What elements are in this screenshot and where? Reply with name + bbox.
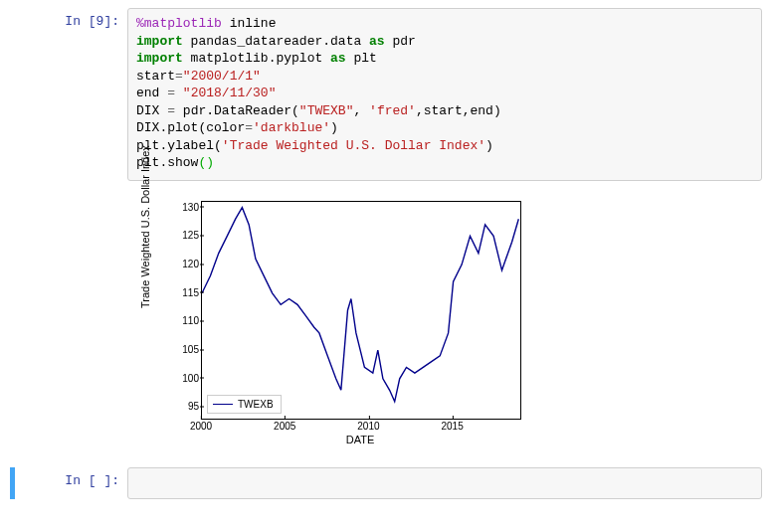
prompt-in-9: In [9]:	[10, 8, 127, 181]
cell-9-output: Trade Weighted U.S. Dollar Index TWEXB D…	[10, 191, 762, 449]
xtick: 2010	[357, 421, 379, 432]
line-chart: Trade Weighted U.S. Dollar Index TWEXB D…	[141, 191, 539, 449]
xtick: 2005	[274, 421, 295, 432]
xtick: 2015	[442, 421, 464, 432]
legend-swatch	[213, 404, 233, 405]
xtick: 2000	[190, 421, 212, 432]
code-cell-empty[interactable]: In [ ]:	[10, 467, 762, 499]
code-cell-9: In [9]: %matplotlib inline import pandas…	[10, 8, 762, 181]
plot-frame	[201, 201, 521, 420]
ytick: 110	[182, 315, 199, 326]
ytick: 95	[188, 401, 199, 412]
chart-series-line	[202, 202, 520, 419]
ytick: 115	[182, 286, 199, 297]
ytick: 120	[182, 259, 199, 269]
chart-xlabel: DATE	[201, 434, 519, 445]
ytick: 125	[182, 230, 199, 241]
legend-label: TWEXB	[238, 399, 274, 410]
prompt-in-empty: In [ ]:	[18, 467, 127, 499]
code-input-empty[interactable]	[127, 467, 762, 499]
ytick: 105	[182, 344, 199, 355]
ytick: 130	[182, 201, 199, 212]
ytick: 100	[182, 372, 199, 383]
chart-legend: TWEXB	[207, 395, 282, 414]
chart-ylabel: Trade Weighted U.S. Dollar Index	[139, 145, 151, 308]
code-input-9[interactable]: %matplotlib inline import pandas_datarea…	[127, 8, 762, 181]
